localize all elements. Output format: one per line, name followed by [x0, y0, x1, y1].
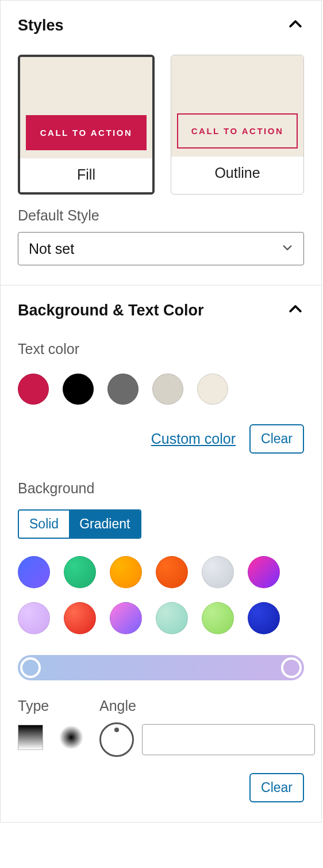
- angle-dial[interactable]: [99, 722, 134, 757]
- clear-background-button[interactable]: Clear: [249, 773, 304, 802]
- gradient-stop-left[interactable]: [20, 657, 41, 678]
- background-label: Background: [18, 480, 304, 497]
- gradient-swatch-11[interactable]: [248, 602, 280, 634]
- gradient-swatch-7[interactable]: [64, 602, 96, 634]
- text-color-swatch-1[interactable]: [63, 374, 94, 405]
- style-option-fill[interactable]: CALL TO ACTION Fill: [18, 55, 155, 195]
- gradient-type-linear[interactable]: [18, 725, 43, 750]
- gradient-swatch-4[interactable]: [202, 556, 234, 588]
- default-style-select[interactable]: Not set: [18, 232, 304, 265]
- gradient-swatch-8[interactable]: [110, 602, 142, 634]
- gradient-swatch-3[interactable]: [156, 556, 188, 588]
- gradient-swatch-2[interactable]: [110, 556, 142, 588]
- bgtext-panel-header[interactable]: Background & Text Color: [18, 300, 304, 320]
- text-color-swatch-3[interactable]: [152, 374, 183, 405]
- bgtext-title: Background & Text Color: [18, 302, 204, 319]
- text-color-label: Text color: [18, 341, 304, 357]
- gradient-swatch-6[interactable]: [18, 602, 50, 634]
- cta-outline-preview: CALL TO ACTION: [177, 113, 298, 149]
- gradient-swatch-1[interactable]: [64, 556, 96, 588]
- styles-title: Styles: [18, 17, 64, 35]
- style-label: Fill: [20, 158, 152, 192]
- gradient-swatch-9[interactable]: [156, 602, 188, 634]
- angle-input[interactable]: [142, 724, 315, 755]
- seg-gradient-button[interactable]: Gradient: [69, 511, 140, 538]
- custom-color-link[interactable]: Custom color: [151, 431, 236, 447]
- angle-label: Angle: [99, 698, 315, 714]
- style-option-outline[interactable]: CALL TO ACTION Outline: [171, 55, 304, 195]
- style-label: Outline: [171, 157, 303, 191]
- default-style-label: Default Style: [18, 207, 304, 224]
- style-preview: CALL TO ACTION: [171, 55, 303, 157]
- text-color-swatch-4[interactable]: [197, 374, 228, 405]
- text-color-swatch-2[interactable]: [107, 374, 139, 405]
- text-color-swatch-0[interactable]: [18, 374, 49, 405]
- gradient-swatch-0[interactable]: [18, 556, 50, 588]
- gradient-stop-right[interactable]: [281, 657, 302, 678]
- style-preview: CALL TO ACTION: [20, 57, 152, 158]
- styles-panel-header[interactable]: Styles: [18, 16, 304, 35]
- background-type-segmented: Solid Gradient: [18, 509, 141, 539]
- type-label: Type: [18, 698, 83, 714]
- chevron-up-icon: [287, 16, 304, 35]
- chevron-up-icon: [287, 300, 304, 320]
- clear-text-color-button[interactable]: Clear: [249, 424, 304, 454]
- gradient-type-radial[interactable]: [59, 725, 83, 749]
- seg-solid-button[interactable]: Solid: [19, 511, 69, 538]
- gradient-swatch-5[interactable]: [248, 556, 280, 588]
- gradient-swatch-10[interactable]: [202, 602, 234, 634]
- cta-fill-preview: CALL TO ACTION: [26, 115, 147, 150]
- gradient-slider[interactable]: [18, 655, 304, 680]
